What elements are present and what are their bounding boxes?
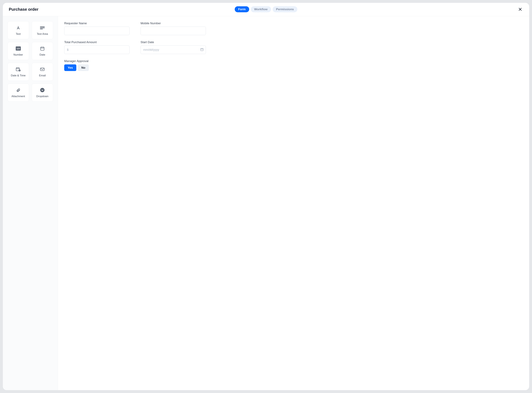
date-icon [40,46,45,51]
svg-text:123: 123 [16,47,20,50]
palette-item-attachment[interactable]: Attachment [8,84,29,102]
tab-form[interactable]: Form [235,6,249,12]
tab-bar: Form Workflow Permissions [235,6,297,12]
palette-item-textarea[interactable]: Text Area [32,21,53,39]
dialog: Purchase order Form Workflow Permissions [3,3,529,390]
palette-item-datetime[interactable]: Date & Time [8,63,29,81]
field-manager-approval: Manager Approval Yes No [64,59,206,71]
field-label: Manager Approval [64,59,206,63]
close-icon [518,7,522,11]
svg-rect-7 [41,47,44,50]
manager-approval-no[interactable]: No [78,64,89,71]
manager-approval-yes[interactable]: Yes [64,64,76,71]
svg-rect-18 [40,68,44,71]
svg-line-17 [20,70,20,71]
mobile-number-input[interactable] [141,27,206,35]
dialog-header: Purchase order Form Workflow Permissions [3,3,529,16]
field-label: Requester Name [64,22,130,25]
total-amount-input[interactable] [64,45,130,54]
close-button[interactable] [517,6,523,12]
svg-rect-2 [40,26,45,27]
start-date-input[interactable] [141,45,206,54]
page-title: Purchase order [9,7,38,12]
palette-item-dropdown[interactable]: Dropdown [32,84,53,102]
attachment-icon [16,87,20,93]
palette-item-label: Dropdown [36,95,49,98]
palette-item-label: Email [39,74,46,77]
textarea-icon [40,25,45,30]
palette-item-label: Date & Time [11,74,26,77]
svg-point-19 [40,88,45,92]
palette-item-label: Text [16,32,21,36]
requester-name-input[interactable] [64,27,130,35]
field-total-amount: Total Purchased Amount [64,40,130,54]
dialog-body: Text Text Area [3,16,529,390]
dropdown-icon [40,87,45,93]
palette-item-label: Text Area [37,32,48,36]
field-label: Start Date [141,40,206,44]
datetime-icon [16,66,21,72]
field-start-date: Start Date [141,40,206,54]
palette-item-text[interactable]: Text [8,21,29,39]
svg-rect-4 [40,29,43,29]
field-palette: Text Text Area [3,16,58,390]
svg-rect-3 [40,28,45,28]
field-mobile-number: Mobile Number [141,22,206,35]
palette-item-email[interactable]: Email [32,63,53,81]
tab-workflow[interactable]: Workflow [251,6,271,12]
palette-item-label: Date [39,53,45,56]
field-label: Total Purchased Amount [64,40,130,44]
palette-item-label: Number [14,53,23,56]
tab-permissions[interactable]: Permissions [273,6,297,12]
palette-item-label: Attachment [11,95,25,98]
palette-item-number[interactable]: 123 Number [8,42,29,60]
field-label: Mobile Number [141,22,206,25]
palette-item-date[interactable]: Date [32,42,53,60]
email-icon [40,66,45,72]
number-icon: 123 [16,46,21,51]
form-canvas: Requester Name Mobile Number Total Purch… [58,16,529,390]
text-icon [16,25,21,30]
field-requester-name: Requester Name [64,22,130,35]
